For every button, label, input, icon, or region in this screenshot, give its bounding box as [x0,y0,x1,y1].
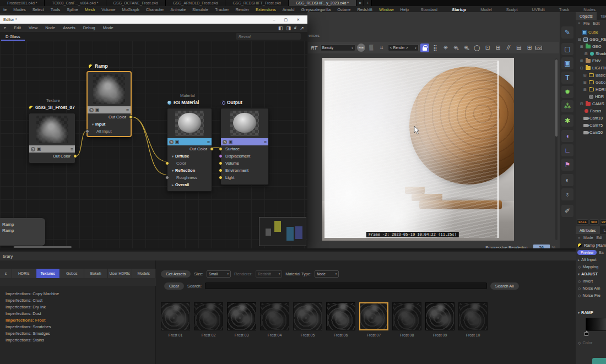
menu-item[interactable]: e [0,25,10,30]
panel-left-icon[interactable]: ◧ [278,25,283,31]
menu-item[interactable]: Tracker [212,7,232,12]
property-row[interactable]: Color [576,339,606,346]
layout-item[interactable]: Track [552,7,576,12]
crop-icon[interactable]: ⌗ [377,44,386,52]
node-menu-icon[interactable] [264,139,267,145]
texture-node[interactable]: S Out Color [29,113,75,164]
ramp-node[interactable]: S Out Color ▾ Input Alt Input [87,72,131,137]
preview-tab[interactable]: Preview [577,250,597,255]
menu-item[interactable]: Assets [59,25,79,30]
collapse-icon[interactable]: ▾ [172,154,174,158]
out-color-port[interactable] [73,154,77,158]
solo-icon[interactable]: S [31,147,35,151]
section-header[interactable]: RAMP [576,309,606,316]
menu-item[interactable]: Character [143,7,167,12]
dither-icon[interactable]: ▒ [367,44,376,52]
menu-item[interactable]: Edit [593,21,599,25]
environment-icon[interactable]: ◐ [561,174,573,186]
menu-item[interactable]: Help [397,7,412,12]
library-tab[interactable]: User HDRIs [108,269,132,278]
cloner-icon[interactable]: ⁂ [561,100,573,112]
stage-icon[interactable]: ♁ [561,188,573,200]
close-icon[interactable]: ✕ [296,18,300,22]
material-type-dropdown[interactable]: Node [315,270,339,278]
menu-item[interactable]: Spline [63,7,82,12]
section-row[interactable]: ▾ Reflection [167,167,212,174]
text-object-icon[interactable]: T [561,72,573,84]
tree-item[interactable]: ⊟HDRI [576,86,606,93]
input-port[interactable] [219,161,223,165]
rotate-button[interactable]: 0ALL [577,219,588,225]
library-tab[interactable]: Models [132,269,156,278]
image-icon[interactable] [229,139,233,144]
render-scrollbar[interactable] [555,58,558,240]
search-all-button[interactable]: Search All [490,282,519,290]
image-icon[interactable] [95,107,100,112]
library-tab[interactable]: Gobos [60,269,84,278]
section-row[interactable]: ▾ Input [88,121,131,128]
menu-item[interactable]: Edi [597,236,602,240]
layout-item[interactable]: Nodes [576,7,603,12]
document-tab[interactable]: GSG_ARNOLD_Frost.c4d [166,0,226,6]
node-graph-canvas[interactable]: Texture GSG_SI_Frost_07 S Out Color [0,41,307,248]
solo-icon[interactable]: S [89,108,94,112]
roughness-port[interactable] [165,176,169,180]
maximize-icon[interactable]: ▢ [284,18,288,22]
menu-item[interactable]: Mode [583,236,593,240]
field-icon[interactable]: ∟ [561,144,573,156]
render-target-dropdown[interactable]: < Render > [388,44,419,51]
thumbnail-image[interactable] [293,302,322,330]
basic-tab[interactable]: Ba [599,251,604,254]
pv-icon[interactable]: PV [535,46,542,50]
section-row[interactable]: ▾ Diffuse [167,153,212,160]
document-tab[interactable]: GSG_REDSHIFT_Frost.c4d [225,0,289,6]
category-item[interactable]: Imperfections: Frost [0,317,156,323]
menu-item[interactable]: Edit [10,25,25,30]
document-tab[interactable]: GSG_REDSHIF...y_2023.c4d * [289,0,356,6]
tree-item[interactable]: ⊟CAMS [576,100,606,107]
expand-icon[interactable]: ▸ [172,183,174,187]
ramp-gradient[interactable] [586,318,606,331]
tree-item[interactable]: HDR [576,93,606,100]
load-button[interactable] [592,358,606,364]
property-row[interactable]: Noise Am [576,285,606,292]
tree-item[interactable]: Cam10 [576,115,606,122]
texture-thumbnail[interactable]: Frost 08 [392,302,421,337]
menu-item[interactable]: Node [41,25,59,30]
expander-icon[interactable]: ⊞ [585,52,588,56]
minimize-icon[interactable]: – [273,18,275,22]
thumbnail-image[interactable] [392,302,421,330]
property-row[interactable]: Alt Input [576,256,606,263]
image-icon[interactable]: ▤ [515,44,523,52]
navigator-minimap[interactable] [259,217,306,246]
solo-icon[interactable]: S [223,140,227,144]
search-input[interactable] [205,282,487,289]
panel-tab[interactable]: La [600,226,606,234]
spline-pen-icon[interactable]: ✎ [561,26,573,39]
menu-item[interactable]: Simulate [189,7,212,12]
image-icon[interactable] [37,146,41,151]
node-menu-icon[interactable] [126,107,129,113]
category-item[interactable]: Imperfections: Dust [0,310,156,317]
library-titlebar[interactable]: brary [0,252,576,260]
sculpt-pen-icon[interactable]: ✐ [561,205,573,217]
menu-item[interactable]: Debug [79,25,99,30]
tree-item[interactable]: Focus [576,107,606,115]
property-row[interactable]: Invert [576,278,606,285]
category-item[interactable]: Imperfections: Scratches [0,323,156,330]
grid-dots-icon[interactable]: ⣿ [431,44,440,52]
property-row[interactable]: Mapping [576,263,606,270]
gradient-knot[interactable] [585,332,588,336]
category-item[interactable]: Imperfections: Dry Ink [0,303,156,310]
texture-thumbnail[interactable]: Frost 03 [227,302,256,337]
tree-item[interactable]: ⊟LIGHTIN [576,64,606,72]
generator-icon[interactable]: ✱ [561,115,573,127]
circle-compare-icon[interactable]: ◯ [473,44,481,52]
tree-item[interactable]: Cam75 [576,122,606,129]
menu-item[interactable]: Modes [10,7,29,12]
library-tab[interactable]: s [0,269,12,278]
menu-item[interactable]: te [0,7,10,12]
menu-item[interactable]: Tools [47,7,64,12]
out-color-port[interactable] [129,115,133,119]
clear-button[interactable]: Clear [164,282,184,290]
